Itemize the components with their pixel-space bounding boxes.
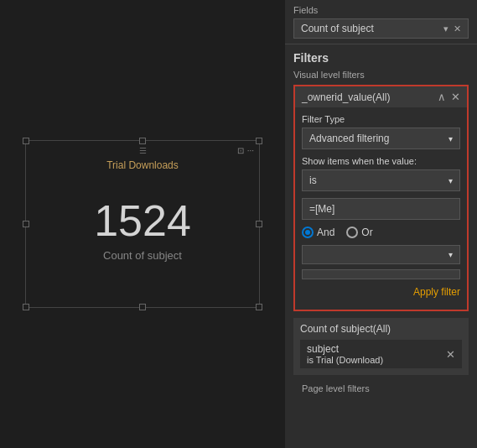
filter-card-body: Filter Type Advanced filtering ▾ Show it… — [295, 107, 467, 310]
subject-close-icon[interactable]: ✕ — [446, 348, 455, 361]
subject-name: subject — [307, 343, 383, 355]
handle-ml — [23, 221, 29, 227]
filter-card-ownerid: _ownerid_value(All) ∧ ✕ Filter Type Adva… — [293, 85, 469, 311]
card-top-icon: ☰ — [139, 146, 147, 155]
collapse-icon[interactable]: ∧ — [438, 91, 446, 103]
second-condition-dropdown[interactable]: ▾ — [302, 245, 460, 264]
radio-or[interactable]: Or — [346, 227, 372, 238]
subject-condition: is Trial (Download) — [307, 355, 383, 365]
filter-type-chevron: ▾ — [448, 134, 453, 143]
filters-title: Filters — [293, 51, 469, 65]
filter-type-value: Advanced filtering — [309, 133, 389, 144]
handle-mr — [256, 221, 262, 227]
fields-section: Fields Count of subject ▾ ✕ — [285, 0, 477, 44]
filter-card-header: _ownerid_value(All) ∧ ✕ — [295, 86, 467, 107]
fields-selected-value: Count of subject — [301, 23, 374, 34]
visual-level-label: Visual level filters — [293, 70, 469, 80]
visual-subtitle: Count of subject — [103, 249, 182, 262]
filters-section: Filters Visual level filters _ownerid_va… — [285, 44, 477, 404]
radio-and-dot — [305, 230, 310, 235]
page-level-label: Page level filters — [293, 380, 469, 397]
count-filter-card: Count of subject(All) subject is Trial (… — [293, 318, 469, 375]
card-icons: ⊡ ··· — [237, 146, 254, 155]
filter-type-label: Filter Type — [302, 114, 460, 124]
filter-close-icon[interactable]: ✕ — [451, 91, 460, 103]
radio-group: And Or — [302, 227, 460, 238]
fields-dropdown[interactable]: Count of subject ▾ ✕ — [293, 18, 469, 39]
radio-and-circle — [302, 227, 314, 238]
subject-filter-row: subject is Trial (Download) ✕ — [300, 340, 462, 368]
filter-card-actions: ∧ ✕ — [438, 91, 460, 103]
subject-info: subject is Trial (Download) — [307, 343, 383, 365]
visual-card-title: Trial Downloads — [106, 159, 179, 171]
radio-and-label: And — [317, 227, 334, 238]
condition-input[interactable] — [302, 198, 460, 220]
right-panel: Fields Count of subject ▾ ✕ Filters Visu… — [285, 0, 477, 448]
handle-bm — [139, 304, 146, 310]
more-icon: ··· — [247, 146, 254, 155]
handle-tr — [256, 138, 262, 144]
handle-bl — [23, 304, 29, 310]
radio-and[interactable]: And — [302, 227, 334, 238]
fields-close-icon[interactable]: ✕ — [454, 23, 461, 34]
fields-label: Fields — [293, 5, 469, 15]
apply-filter-button[interactable]: Apply filter — [302, 284, 460, 300]
fields-chevron-icon: ▾ — [443, 23, 448, 34]
second-chevron: ▾ — [448, 250, 453, 259]
radio-or-label: Or — [361, 227, 372, 238]
image-icon: ⊡ — [237, 146, 244, 155]
handle-br — [256, 304, 262, 310]
filter-type-dropdown[interactable]: Advanced filtering ▾ — [302, 128, 460, 149]
filter-card-title: _ownerid_value(All) — [302, 91, 390, 103]
radio-or-circle — [346, 227, 358, 238]
handle-tm — [139, 138, 146, 144]
visual-card[interactable]: ☰ ⊡ ··· Trial Downloads 1524 Count of su… — [25, 140, 260, 308]
count-filter-title: Count of subject(All) — [300, 323, 462, 335]
handle-tl — [23, 138, 29, 144]
condition-value: is — [309, 175, 317, 186]
show-items-label: Show items when the value: — [302, 156, 460, 166]
fields-dropdown-icons: ▾ ✕ — [443, 23, 461, 34]
visual-number: 1524 — [94, 195, 191, 246]
left-panel: ☰ ⊡ ··· Trial Downloads 1524 Count of su… — [0, 0, 285, 448]
condition-dropdown[interactable]: is ▾ — [302, 169, 460, 191]
second-value-input[interactable] — [302, 269, 460, 279]
condition-chevron: ▾ — [448, 176, 453, 185]
